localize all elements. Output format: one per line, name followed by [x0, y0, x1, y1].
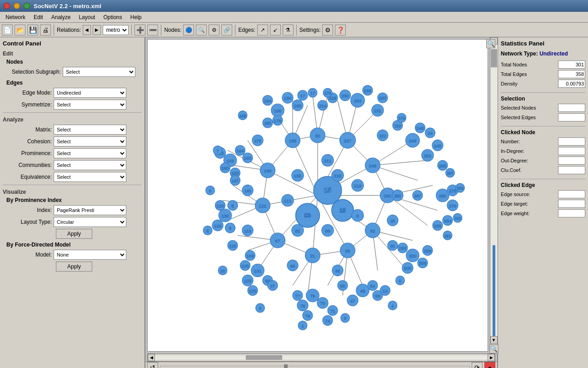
menu-edit[interactable]: Edit — [30, 13, 47, 21]
node-extra-button[interactable]: 🔗 — [221, 25, 232, 35]
canvas-wrapper: 🔍 — [145, 37, 497, 368]
add-relation-button[interactable]: ➕ — [135, 25, 145, 35]
reset-view-button[interactable]: ↺ — [147, 362, 158, 368]
remove-relation-button[interactable]: ➖ — [147, 25, 158, 35]
close-button[interactable] — [4, 3, 10, 9]
selection-subgraph-label: Selection Subgraph: — [6, 69, 61, 75]
svg-text:118: 118 — [229, 244, 236, 248]
open-file-button[interactable]: 📂 — [15, 25, 25, 35]
symmetrize-select[interactable]: Select Yes No — [54, 100, 126, 110]
add-node-button[interactable]: 🔵 — [183, 25, 194, 35]
horizontal-scrollbar[interactable]: ◀ ▶ — [147, 353, 495, 362]
stats-div-3 — [501, 179, 585, 179]
svg-text:4: 4 — [392, 304, 394, 308]
edge-filter-button[interactable]: ⚗ — [283, 25, 294, 35]
svg-text:93: 93 — [304, 212, 311, 219]
menu-analyze[interactable]: Analyze — [48, 13, 75, 21]
right-panel: Statistics Panel Network Type: Undirecte… — [497, 37, 588, 368]
control-panel-title: Control Panel — [3, 40, 142, 47]
svg-text:179: 179 — [274, 118, 282, 123]
svg-text:3: 3 — [344, 316, 346, 321]
save-file-button[interactable]: 💾 — [27, 25, 38, 35]
clu-coef-row: Clu.Coef. — [501, 166, 585, 174]
maximize-button[interactable] — [24, 3, 30, 9]
model-select[interactable]: None Spring Embedder Fruchterman-Reingol… — [54, 250, 126, 260]
zoom-slider-track[interactable] — [160, 366, 470, 368]
svg-text:113: 113 — [244, 229, 251, 233]
find-node-button[interactable]: 🔍 — [196, 25, 207, 35]
prominence-select[interactable]: Select — [54, 148, 126, 158]
svg-text:257: 257 — [447, 171, 453, 176]
svg-text:122: 122 — [259, 203, 267, 208]
zoom-slider-thumb[interactable] — [284, 364, 288, 368]
zoom-in-button[interactable]: 🔍 — [486, 39, 495, 48]
svg-text:14: 14 — [383, 288, 388, 293]
selection-subgraph-select[interactable]: Select Node Edge — [63, 67, 135, 77]
minimize-button[interactable] — [14, 3, 20, 9]
svg-text:76: 76 — [305, 313, 310, 318]
menu-options[interactable]: Options — [100, 13, 125, 21]
svg-text:299: 299 — [424, 248, 432, 253]
scroll-track[interactable] — [490, 45, 498, 336]
edge-remove-button[interactable]: ↙ — [270, 25, 281, 35]
selected-nodes-value — [558, 104, 585, 112]
network-canvas[interactable]: 234 231 230 236 237 215 214 249 252 — [147, 39, 488, 352]
svg-text:220: 220 — [394, 124, 401, 128]
density-label: Density — [501, 81, 556, 86]
toolbar: 📄 📂 💾 🖨 Relations: ◀ ▶ metro ➕ ➖ Nodes: … — [0, 23, 588, 37]
matrix-row: Matrix: Select Adjacency Distance — [6, 125, 142, 135]
svg-text:17: 17 — [310, 91, 315, 96]
symmetrize-label: Symmetrize: — [6, 101, 52, 108]
edge-mode-select[interactable]: Undirected Directed — [54, 88, 126, 98]
new-file-button[interactable]: 📄 — [2, 25, 13, 35]
toolbar-sep-5 — [296, 25, 297, 35]
svg-text:2: 2 — [302, 324, 304, 328]
scroll-down-button[interactable]: ▼ — [490, 336, 498, 343]
edge-source-value — [558, 190, 585, 198]
svg-text:160: 160 — [221, 166, 229, 171]
edge-add-button[interactable]: ↗ — [257, 25, 268, 35]
force-apply-button[interactable]: Apply — [56, 262, 92, 272]
vertical-scrollbar[interactable]: ▲ ▼ 🔍 — [490, 37, 497, 353]
total-nodes-row: Total Nodes 301 — [501, 60, 585, 69]
menu-help[interactable]: Help — [127, 13, 145, 21]
communities-select[interactable]: Select — [54, 160, 126, 170]
cohesion-select[interactable]: Select — [54, 136, 126, 146]
scroll-right-button[interactable]: ▶ — [488, 354, 495, 361]
h-scroll-thumb[interactable] — [246, 355, 282, 360]
relation-prev-button[interactable]: ◀ — [83, 25, 91, 35]
clicked-node-section: Clicked Node Number: In-Degree: Out-Degr… — [501, 129, 585, 174]
node-options-button[interactable]: ⚙ — [209, 25, 219, 35]
index-select[interactable]: PageRank Presti Degree Betweenness — [54, 205, 126, 215]
svg-text:100: 100 — [249, 288, 257, 293]
relation-select[interactable]: metro — [103, 25, 129, 35]
menu-layout[interactable]: Layout — [75, 13, 99, 21]
clicked-edge-section: Clicked Edge Edge source: Edge target: E… — [501, 182, 585, 217]
svg-text:30: 30 — [390, 244, 395, 248]
settings-help-button[interactable]: ❓ — [335, 25, 346, 35]
zoom-bottom-button[interactable]: 🔍 — [489, 344, 498, 353]
svg-text:228: 228 — [334, 173, 342, 178]
color-button[interactable]: ● — [484, 362, 495, 368]
selected-edges-label: Selected Edges — [501, 115, 556, 120]
h-scroll-track[interactable] — [155, 355, 488, 360]
scroll-left-button[interactable]: ◀ — [148, 354, 155, 361]
fit-view-button[interactable]: ⟳ — [472, 362, 483, 368]
menu-network[interactable]: Network — [2, 13, 29, 21]
prominence-apply-button[interactable]: Apply — [56, 229, 92, 239]
analyze-subsection: Matrix: Select Adjacency Distance Cohesi… — [6, 125, 142, 182]
relation-next-button[interactable]: ▶ — [93, 25, 101, 35]
svg-text:15: 15 — [324, 187, 331, 194]
svg-text:101: 101 — [254, 268, 262, 273]
equivalence-select[interactable]: Select — [54, 172, 126, 182]
layout-type-select[interactable]: Circular Force-Directed Random — [54, 217, 126, 227]
print-button[interactable]: 🖨 — [40, 25, 51, 35]
selected-nodes-row: Selected Nodes — [501, 104, 585, 112]
scroll-thumb[interactable] — [491, 49, 497, 67]
out-degree-value — [558, 156, 585, 165]
svg-text:69: 69 — [290, 264, 295, 268]
matrix-select[interactable]: Select Adjacency Distance — [54, 125, 126, 135]
svg-text:21: 21 — [310, 253, 315, 258]
settings-gear-button[interactable]: ⚙ — [322, 25, 333, 35]
model-label: Model: — [6, 252, 52, 258]
